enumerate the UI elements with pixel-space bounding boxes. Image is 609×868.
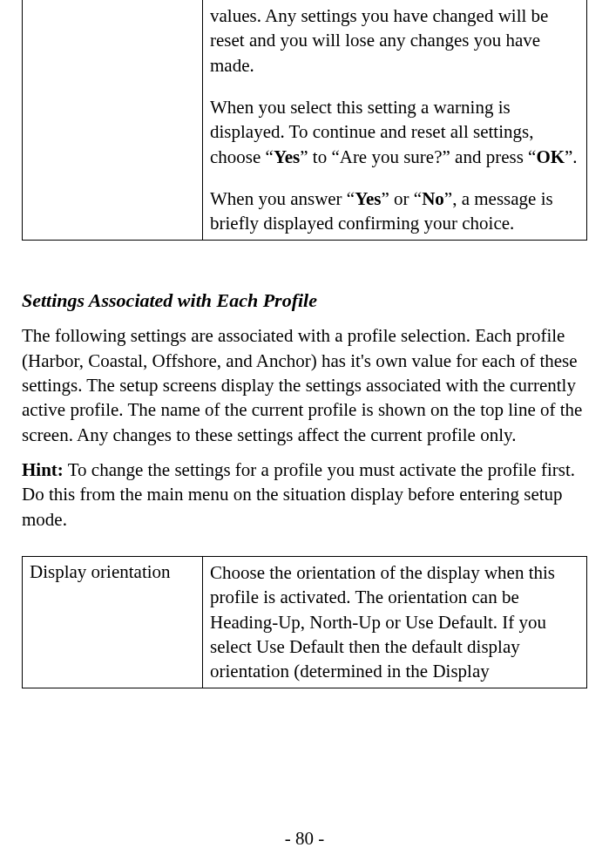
- page-number: - 80 -: [0, 827, 609, 851]
- no-bold: No: [422, 188, 444, 209]
- display-orientation-desc: Choose the orientation of the display wh…: [203, 557, 587, 688]
- table1-label-cell: [23, 0, 203, 240]
- display-orientation-label: Display orientation: [23, 557, 203, 688]
- hint-text: To change the settings for a profile you…: [22, 459, 575, 530]
- section-para1: The following settings are associated wi…: [22, 323, 587, 447]
- table1-para1: values. Any settings you have changed wi…: [210, 3, 579, 78]
- hint-para: Hint: To change the settings for a profi…: [22, 458, 587, 532]
- section-heading: Settings Associated with Each Profile: [22, 288, 587, 314]
- hint-label: Hint:: [22, 459, 64, 480]
- table1-desc-cell: values. Any settings you have changed wi…: [203, 0, 587, 240]
- profile-settings-table: Display orientation Choose the orientati…: [22, 556, 587, 688]
- yes-bold-2: Yes: [355, 188, 381, 209]
- yes-bold: Yes: [274, 146, 300, 167]
- table1-para2: When you select this setting a warning i…: [210, 95, 579, 169]
- ok-bold: OK: [536, 146, 565, 167]
- settings-table-continued: values. Any settings you have changed wi…: [22, 0, 587, 241]
- table1-para3: When you answer “Yes” or “No”, a message…: [210, 186, 579, 236]
